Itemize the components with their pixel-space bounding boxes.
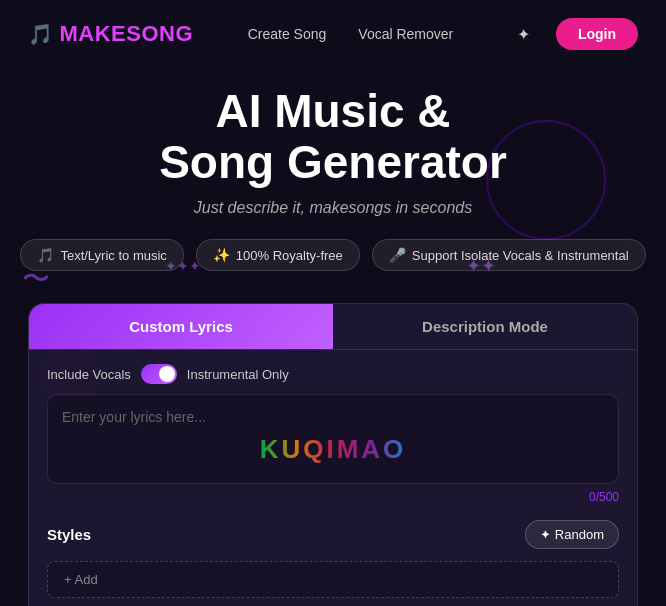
include-vocals-toggle[interactable] [141, 364, 177, 384]
tab-custom-lyrics[interactable]: Custom Lyrics [29, 304, 333, 349]
hero-title: AI Music & Song Generator [20, 86, 646, 187]
add-style-row[interactable]: + Add [47, 561, 619, 598]
microphone-icon: 🎤 [389, 247, 406, 263]
instrumental-only-label: Instrumental Only [187, 367, 289, 382]
sparkle-icon: ✨ [213, 247, 230, 263]
lyrics-placeholder: Enter your lyrics here... [62, 409, 206, 425]
styles-header: Styles ✦ Random [47, 520, 619, 549]
lyrics-area[interactable]: Enter your lyrics here... KUQIMAO [47, 394, 619, 484]
badge-text-lyric: 🎵 Text/Lyric to music [20, 239, 183, 271]
nav-settings-icon[interactable]: ✦ [508, 18, 540, 50]
hero-title-line1: AI Music & [215, 85, 450, 137]
lyrics-watermark: KUQIMAO [260, 434, 407, 465]
badge-royalty-free-label: 100% Royalty-free [236, 248, 343, 263]
styles-section: Styles ✦ Random + Add # Style # Moods # … [29, 514, 637, 606]
hero-subtitle: Just describe it, makesongs in seconds [20, 199, 646, 217]
nav-links: Create Song Vocal Remover [248, 26, 454, 42]
nav-vocal-remover[interactable]: Vocal Remover [358, 26, 453, 42]
badge-vocal-support: 🎤 Support Isolate Vocals & Instrumental [372, 239, 646, 271]
nav-create-song[interactable]: Create Song [248, 26, 327, 42]
hero-title-line2: Song Generator [159, 136, 507, 188]
feature-badges: 🎵 Text/Lyric to music ✨ 100% Royalty-fre… [20, 239, 646, 271]
styles-title: Styles [47, 526, 91, 543]
toggle-knob [159, 366, 175, 382]
tab-row: Custom Lyrics Description Mode [29, 304, 637, 350]
hero-section: AI Music & Song Generator Just describe … [0, 68, 666, 303]
main-card: Custom Lyrics Description Mode Include V… [28, 303, 638, 606]
logo-icon: 🎵 [28, 22, 54, 46]
navbar: 🎵 MAKESONG Create Song Vocal Remover ✦ L… [0, 0, 666, 68]
toggle-row: Include Vocals Instrumental Only [29, 350, 637, 394]
badge-text-lyric-label: Text/Lyric to music [60, 248, 166, 263]
badge-vocal-support-label: Support Isolate Vocals & Instrumental [412, 248, 629, 263]
lyrics-counter: 0/500 [29, 484, 637, 514]
music-note-icon: 🎵 [37, 247, 54, 263]
include-vocals-label: Include Vocals [47, 367, 131, 382]
brand-name: MAKESONG [60, 21, 194, 47]
badge-royalty-free: ✨ 100% Royalty-free [196, 239, 360, 271]
tab-description-mode[interactable]: Description Mode [333, 304, 637, 349]
login-button[interactable]: Login [556, 18, 638, 50]
logo: 🎵 MAKESONG [28, 21, 193, 47]
nav-right: ✦ Login [508, 18, 638, 50]
random-button[interactable]: ✦ Random [525, 520, 619, 549]
